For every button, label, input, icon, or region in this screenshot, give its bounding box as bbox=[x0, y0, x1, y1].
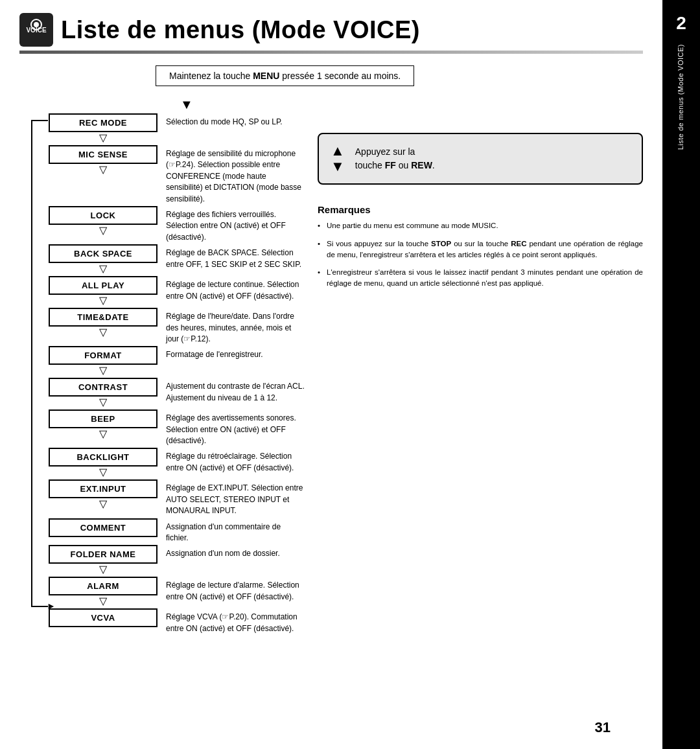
ff-bold: FF bbox=[385, 160, 396, 170]
desc-beep: Réglage des avertissements sonores. Séle… bbox=[158, 409, 305, 446]
ff-rew-text: Appuyez sur la touche FF ou REW. bbox=[355, 145, 435, 172]
menu-entry-left-beep: BEEP ▽ bbox=[48, 409, 158, 440]
remarks-list: Une partie du menu est commune au mode M… bbox=[318, 220, 643, 289]
top-down-arrow: ▼ bbox=[180, 98, 643, 111]
menu-entry-left-all-play: ALL PLAY ▽ bbox=[48, 276, 158, 306]
menu-entry-left-format: FORMAT ▽ bbox=[48, 346, 158, 376]
menu-box-alarm: ALARM bbox=[49, 577, 158, 595]
arrow-contrast: ▽ bbox=[99, 397, 107, 408]
main-content: VOICE Liste de menus (Mode VOICE) Mainte… bbox=[0, 0, 662, 749]
remark-item-2: Si vous appuyez sur la touche STOP ou su… bbox=[318, 238, 643, 261]
desc-time-date: Réglage de l'heure/date. Dans l'ordre de… bbox=[158, 308, 305, 345]
menu-entry-left-rec-mode: REC MODE ▽ bbox=[48, 113, 158, 144]
menu-column: ► REC MODE ▽ Sélection du mode HQ, SP ou… bbox=[19, 113, 305, 636]
remark-item-1: Une partie du menu est commune au mode M… bbox=[318, 220, 643, 231]
menu-entry-rec-mode: REC MODE ▽ Sélection du mode HQ, SP ou L… bbox=[48, 113, 305, 144]
ff-rew-box: ▲ ▼ Appuyez sur la touche FF ou REW. bbox=[318, 133, 643, 185]
menu-entry-beep: BEEP ▽ Réglage des avertissements sonore… bbox=[48, 409, 305, 446]
menu-entry-left-mic-sense: MIC SENSE ▽ bbox=[48, 145, 158, 176]
menu-entry-contrast: CONTRAST ▽ Ajustement du contraste de l'… bbox=[48, 378, 305, 408]
menu-box-folder-name: FOLDER NAME bbox=[49, 545, 158, 564]
menu-box-back-space: BACK SPACE bbox=[49, 244, 158, 263]
menu-entry-left-folder-name: FOLDER NAME ▽ bbox=[48, 545, 158, 575]
desc-comment: Assignation d'un commentaire de fichier. bbox=[158, 518, 305, 544]
menu-entry-format: FORMAT ▽ Formatage de l'enregistreur. bbox=[48, 346, 305, 376]
arrow-mic-sense: ▽ bbox=[99, 165, 107, 175]
menu-box-beep: BEEP bbox=[49, 409, 158, 428]
remarks-section: Remarques Une partie du menu est commune… bbox=[318, 204, 643, 295]
desc-ext-input: Réglage de EXT.INPUT. Sélection entre AU… bbox=[158, 479, 305, 516]
arrow-beep: ▽ bbox=[99, 429, 107, 439]
menu-box-all-play: ALL PLAY bbox=[49, 276, 158, 295]
desc-backlight: Réglage du rétroéclairage. Sélection ent… bbox=[158, 448, 305, 474]
menu-entry-mic-sense: MIC SENSE ▽ Réglage de sensibilité du mi… bbox=[48, 145, 305, 205]
menu-entry-left-backlight: BACKLIGHT ▽ bbox=[48, 448, 158, 478]
voice-icon: VOICE bbox=[19, 13, 53, 47]
menu-entry-left-time-date: TIME&DATE ▽ bbox=[48, 308, 158, 338]
menu-box-format: FORMAT bbox=[49, 346, 158, 365]
bottom-right-arrow: ► bbox=[47, 601, 56, 611]
menu-entry-folder-name: FOLDER NAME ▽ Assignation d'un nom de do… bbox=[48, 545, 305, 575]
desc-rec-mode: Sélection du mode HQ, SP ou LP. bbox=[158, 113, 305, 128]
menu-entry-back-space: BACK SPACE ▽ Réglage de BACK SPACE. Séle… bbox=[48, 244, 305, 275]
desc-all-play: Réglage de lecture continue. Sélection e… bbox=[158, 276, 305, 302]
arrow-lock: ▽ bbox=[99, 225, 107, 236]
title-divider bbox=[19, 51, 643, 54]
arrow-backlight: ▽ bbox=[99, 467, 107, 478]
down-arrow-icon: ▼ bbox=[331, 159, 345, 174]
up-arrow-icon: ▲ bbox=[331, 143, 345, 159]
sidebar: 2 Liste de menus (Mode VOICE) bbox=[662, 0, 700, 749]
desc-back-space: Réglage de BACK SPACE. Sélection entre O… bbox=[158, 244, 305, 270]
right-column: ▲ ▼ Appuyez sur la touche FF ou REW. Rem… bbox=[305, 113, 643, 636]
menu-entry-alarm: ALARM ▽ Réglage de lecture d'alarme. Sél… bbox=[48, 577, 305, 607]
desc-format: Formatage de l'enregistreur. bbox=[158, 346, 305, 360]
top-horiz-arrow bbox=[31, 120, 48, 121]
arrow-rec-mode: ▽ bbox=[99, 133, 107, 143]
arrow-all-play: ▽ bbox=[99, 295, 107, 306]
menu-entry-all-play: ALL PLAY ▽ Réglage de lecture continue. … bbox=[48, 276, 305, 306]
remark-item-3: L'enregistreur s'arrêtera si vous le lai… bbox=[318, 267, 643, 290]
rew-bold: REW bbox=[411, 160, 432, 170]
page-number: 31 bbox=[595, 719, 611, 736]
menu-entry-left-ext-input: EXT.INPUT ▽ bbox=[48, 479, 158, 510]
page-title: Liste de menus (Mode VOICE) bbox=[61, 16, 420, 44]
arrow-ext-input: ▽ bbox=[99, 499, 107, 509]
menu-entry-left-lock: LOCK ▽ bbox=[48, 206, 158, 236]
menu-flow: ► REC MODE ▽ Sélection du mode HQ, SP ou… bbox=[26, 113, 305, 634]
menu-entry-left-back-space: BACK SPACE ▽ bbox=[48, 244, 158, 275]
menu-box-time-date: TIME&DATE bbox=[49, 308, 158, 327]
desc-vcva: Réglage VCVA (☞P.20). Commutation entre … bbox=[158, 608, 305, 634]
menu-entry-left-comment: COMMENT bbox=[48, 518, 158, 537]
menu-box-ext-input: EXT.INPUT bbox=[49, 479, 158, 498]
menu-box-lock: LOCK bbox=[49, 206, 158, 225]
desc-alarm: Réglage de lecture d'alarme. Sélection e… bbox=[158, 577, 305, 603]
top-instruction-wrapper: Maintenez la touche MENU pressée 1 secon… bbox=[84, 65, 643, 93]
arrow-format: ▽ bbox=[99, 365, 107, 376]
sidebar-number: 2 bbox=[676, 13, 686, 34]
menu-box-vcva: VCVA bbox=[49, 608, 158, 627]
menu-entry-comment: COMMENT Assignation d'un commentaire de … bbox=[48, 518, 305, 544]
arrow-time-date: ▽ bbox=[99, 327, 107, 338]
desc-contrast: Ajustement du contraste de l'écran ACL. … bbox=[158, 378, 305, 404]
page: VOICE Liste de menus (Mode VOICE) Mainte… bbox=[0, 0, 700, 749]
rec-bold: REC bbox=[511, 240, 526, 248]
remark-text-1: Une partie du menu est commune au mode M… bbox=[327, 222, 498, 229]
sidebar-text: Liste de menus (Mode VOICE) bbox=[677, 44, 685, 150]
menu-box-rec-mode: REC MODE bbox=[49, 113, 158, 132]
menu-entry-lock: LOCK ▽ Réglage des fichiers verrouillés.… bbox=[48, 206, 305, 243]
desc-folder-name: Assignation d'un nom de dossier. bbox=[158, 545, 305, 559]
remark-text-3: L'enregistreur s'arrêtera si vous le lai… bbox=[327, 268, 643, 287]
menu-entry-backlight: BACKLIGHT ▽ Réglage du rétroéclairage. S… bbox=[48, 448, 305, 478]
menu-box-backlight: BACKLIGHT bbox=[49, 448, 158, 467]
arrow-folder-name: ▽ bbox=[99, 564, 107, 575]
svg-point-3 bbox=[34, 22, 39, 27]
menu-entry-left-vcva: VCVA bbox=[48, 608, 158, 627]
menu-box-contrast: CONTRAST bbox=[49, 378, 158, 397]
menu-bold: MENU bbox=[253, 71, 279, 81]
menu-entry-time-date: TIME&DATE ▽ Réglage de l'heure/date. Dan… bbox=[48, 308, 305, 345]
stop-bold: STOP bbox=[431, 240, 451, 248]
menu-entry-left-alarm: ALARM ▽ bbox=[48, 577, 158, 607]
menu-entry-left-contrast: CONTRAST ▽ bbox=[48, 378, 158, 408]
menu-items-list: REC MODE ▽ Sélection du mode HQ, SP ou L… bbox=[48, 113, 305, 634]
arrow-back-space: ▽ bbox=[99, 264, 107, 274]
